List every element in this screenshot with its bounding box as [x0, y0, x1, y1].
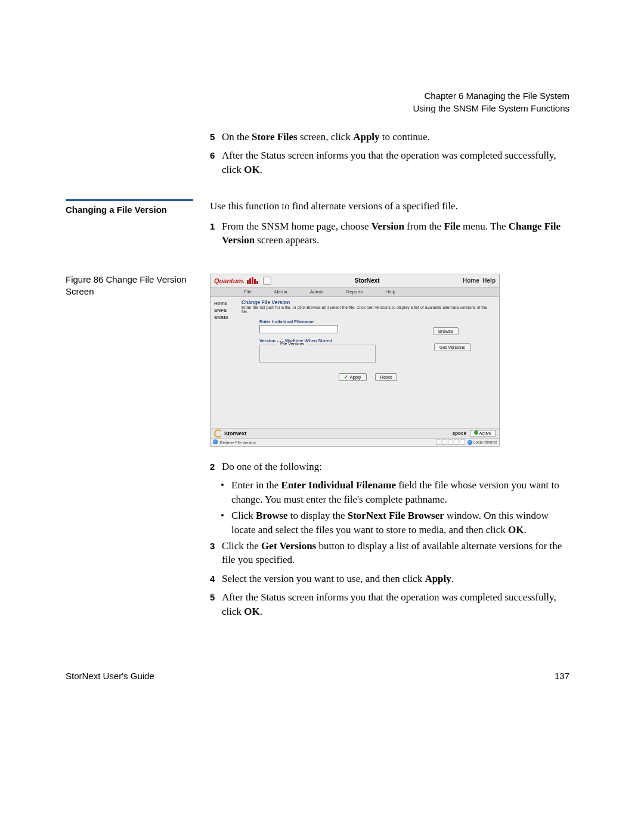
menu-file[interactable]: File — [244, 289, 252, 295]
stornext-label: StorNext — [224, 431, 247, 436]
side-snsm[interactable]: SNSM — [214, 315, 239, 320]
step-5-top: 5 On the Store Files screen, click Apply… — [210, 130, 572, 144]
status-text: Active — [479, 431, 491, 436]
step-num: 6 — [210, 148, 222, 176]
page-footer: StorNext User's Guide 137 — [66, 671, 569, 681]
step-num: 1 — [210, 219, 222, 247]
step-num: 4 — [210, 572, 222, 586]
app-header: Quantum. StorNext Home Help — [210, 274, 499, 287]
ie-icon — [213, 439, 218, 444]
panel-title: Change File Version — [242, 299, 494, 305]
step-num: 5 — [210, 590, 222, 618]
app-title: StorNext — [271, 277, 463, 284]
status-right: Local intranet — [473, 440, 497, 444]
brand-logo: Quantum. — [214, 277, 244, 284]
section-heading: Changing a File Version — [66, 199, 193, 215]
app-footer: StorNext spock Active — [210, 428, 499, 438]
stornext-icon — [214, 429, 222, 438]
hostname: spock — [453, 431, 466, 436]
bullet-2: • Click Browse to display the StorNext F… — [221, 509, 572, 537]
step-3: 3 Click the Get Versions button to displ… — [210, 539, 572, 567]
reset-button[interactable]: Reset — [375, 373, 398, 381]
menu-media[interactable]: Media — [274, 289, 287, 295]
apply-button[interactable]: ✔ Apply — [339, 373, 367, 381]
menu-admin[interactable]: Admin — [310, 289, 324, 295]
panel-description: Enter the full path for a file, or click… — [242, 305, 494, 314]
get-versions-button[interactable]: Get Versions — [434, 343, 470, 351]
menu-help[interactable]: Help — [385, 289, 395, 295]
step-4: 4 Select the version you want to use, an… — [210, 572, 572, 586]
chapter-line2: Using the SNSM File System Functions — [413, 103, 569, 113]
zone-icon — [467, 440, 472, 445]
check-icon: ✔ — [344, 374, 348, 380]
step-num: 5 — [210, 130, 222, 144]
menu-reports[interactable]: Reports — [346, 289, 363, 295]
step-5-bottom: 5 After the Status screen informs you th… — [210, 590, 572, 618]
chapter-line1: Chapter 6 Managing the File System — [425, 91, 569, 101]
filename-label: Enter Individual Filename — [259, 319, 494, 324]
browse-button[interactable]: Browse — [433, 327, 459, 335]
file-versions-box[interactable]: File Versions — [259, 345, 376, 363]
bullet-1: • Enter in the Enter Individual Filename… — [221, 478, 572, 506]
side-home[interactable]: Home — [214, 301, 239, 306]
screenshot: Quantum. StorNext Home Help File Media A… — [210, 274, 500, 447]
fieldset-legend: File Versions — [278, 342, 306, 346]
tool-icon — [263, 277, 271, 285]
step-1: 1 From the SNSM home page, choose Versio… — [210, 219, 572, 247]
page-number: 137 — [555, 671, 569, 681]
step-num: 2 — [210, 460, 222, 473]
section-intro: Use this function to find alternate vers… — [210, 199, 572, 213]
brand-graphic-icon — [247, 277, 258, 284]
footer-left: StorNext User's Guide — [66, 671, 154, 681]
figure-caption: Figure 86 Change File Version Screen — [66, 274, 193, 298]
help-link[interactable]: Help — [482, 277, 496, 284]
filename-input[interactable] — [259, 325, 338, 333]
browser-statusbar: Retrieve File Version Local intranet — [210, 438, 499, 446]
menubar: File Media Admin Reports Help — [210, 287, 499, 297]
chapter-header: Chapter 6 Managing the File System Using… — [413, 89, 569, 114]
step-6-top: 6 After the Status screen informs you th… — [210, 148, 572, 176]
status-left: Retrieve File Version — [220, 441, 256, 445]
step-num: 3 — [210, 539, 222, 567]
step-2: 2 Do one of the following: — [210, 460, 572, 473]
side-snfs[interactable]: SNFS — [214, 308, 239, 313]
status-dot-icon — [474, 431, 478, 435]
home-link[interactable]: Home — [463, 277, 479, 284]
sidebar: Home SNFS SNSM — [210, 297, 239, 428]
